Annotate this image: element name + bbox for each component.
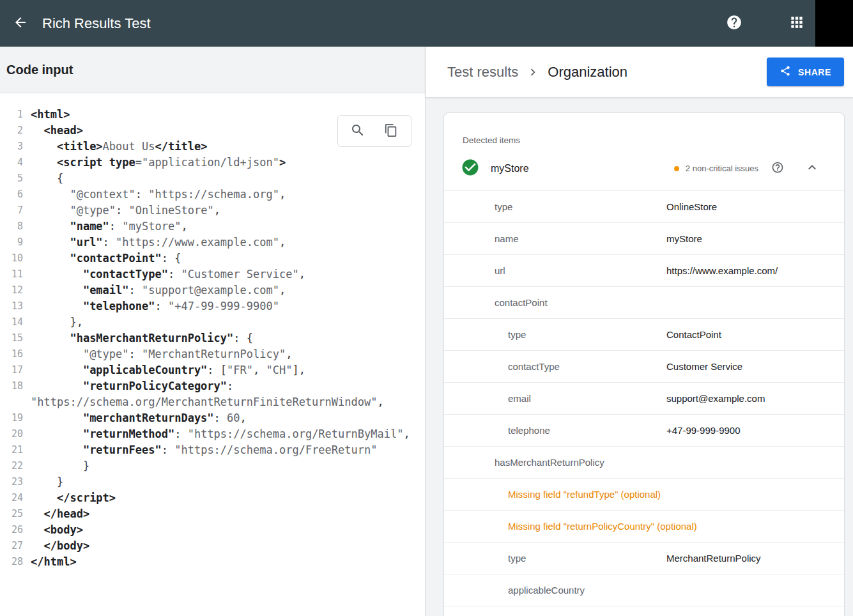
- missing-field-row: Missing field "returnPolicyCountry" (opt…: [444, 511, 844, 543]
- share-button-label: SHARE: [798, 67, 831, 77]
- code-line: 15 "hasMerchantReturnPolicy": {: [0, 330, 425, 346]
- property-label: type: [495, 201, 666, 212]
- code-editor[interactable]: 1<html>2 <head>3 <title>About Us</title>…: [0, 93, 425, 616]
- line-number: 22: [0, 458, 23, 474]
- property-value: Customer Service: [666, 361, 742, 372]
- property-label: applicableCountry: [508, 585, 666, 596]
- property-label: hasMerchantReturnPolicy: [495, 457, 666, 468]
- code-line-text: <title>About Us</title>: [23, 139, 207, 155]
- code-line-text: "returnMethod": "https://schema.org/Retu…: [23, 426, 410, 442]
- property-label: type: [508, 329, 666, 340]
- line-number: 12: [0, 282, 23, 298]
- code-line-text: "merchantReturnDays": 60,: [23, 410, 247, 426]
- line-number: 6: [0, 187, 23, 203]
- property-group-row: applicableCountry: [444, 574, 844, 606]
- code-line: 9 "url": "https://www.example.com",: [0, 235, 425, 250]
- code-line: 21 "returnFees": "https://schema.org/Fre…: [0, 442, 425, 458]
- back-button[interactable]: [5, 8, 36, 39]
- missing-field-text: Missing field "refundType" (optional): [508, 489, 661, 500]
- code-line: 27 </body>: [0, 538, 425, 554]
- missing-field-row: Missing field "refundType" (optional): [444, 479, 844, 511]
- entity-row-mystore[interactable]: myStore 2 non-critical issues: [444, 146, 844, 191]
- property-value: +47-99-999-9900: [666, 425, 741, 436]
- code-line: 18 "returnPolicyCategory":: [0, 378, 425, 394]
- property-row: contactTypeCustomer Service: [444, 351, 844, 383]
- line-number: 9: [0, 235, 23, 250]
- code-line-text: </body>: [23, 538, 89, 554]
- copy-icon: [384, 123, 398, 139]
- code-line: 11 "contactType": "Customer Service",: [0, 266, 425, 282]
- line-number: 25: [0, 506, 23, 522]
- code-line-text: <head>: [23, 123, 83, 139]
- code-line: 5 {: [0, 171, 425, 187]
- chevron-right-icon: [526, 65, 540, 79]
- share-button[interactable]: SHARE: [767, 58, 844, 86]
- apps-grid-button[interactable]: [781, 8, 812, 39]
- breadcrumb-test-results[interactable]: Test results: [447, 64, 518, 81]
- code-line: 7 "@type": "OnlineStore",: [0, 203, 425, 219]
- code-input-panel: Code input 1<html>2 <head>3 <t: [0, 47, 426, 616]
- code-line: 22 }: [0, 458, 425, 474]
- code-line-text: "contactType": "Customer Service",: [23, 266, 305, 282]
- property-label: contactType: [508, 361, 666, 372]
- results-header: Test results Organization SHARE: [426, 47, 853, 97]
- search-icon: [350, 123, 365, 140]
- code-line-text: "name": "myStore",: [23, 219, 188, 235]
- entity-name: myStore: [491, 163, 529, 174]
- property-label: email: [508, 393, 666, 404]
- property-row: urlhttps://www.example.com/: [444, 255, 844, 287]
- property-row: typeOnlineStore: [444, 191, 844, 223]
- property-row: namemyStore: [444, 223, 844, 255]
- code-line: 6 "@context": "https://schema.org",: [0, 187, 425, 203]
- test-results-panel: Test results Organization SHARE Detected…: [426, 47, 853, 616]
- line-number: 18: [0, 378, 23, 394]
- code-toolbar: [337, 115, 411, 147]
- detected-items-label: Detected items: [444, 113, 844, 146]
- line-number: 8: [0, 219, 23, 235]
- share-icon: [780, 65, 791, 79]
- line-number: 17: [0, 362, 23, 378]
- code-line-text: "https://schema.org/MerchantReturnFinite…: [23, 394, 384, 410]
- code-line-text: "returnPolicyCategory":: [23, 378, 233, 394]
- code-line: 16 "@type": "MerchantReturnPolicy",: [0, 346, 425, 362]
- code-line-text: </html>: [23, 554, 77, 570]
- line-number: 20: [0, 426, 23, 442]
- account-area[interactable]: [815, 0, 853, 47]
- main-split: Code input 1<html>2 <head>3 <t: [0, 47, 853, 616]
- code-line-text: "telephone": "+47-99-999-9900": [23, 298, 279, 314]
- code-line: 10 "contactPoint": {: [0, 250, 425, 266]
- code-line-text: "@type": "MerchantReturnPolicy",: [23, 346, 292, 362]
- detected-items-card: Detected items myStore 2 non-critical is…: [443, 112, 845, 616]
- line-number: 24: [0, 490, 23, 506]
- code-line-text: "url": "https://www.example.com",: [23, 235, 286, 250]
- property-label: name: [495, 233, 666, 244]
- collapse-button[interactable]: [799, 156, 825, 181]
- issues-help-button[interactable]: [765, 156, 790, 181]
- line-number: [0, 394, 23, 410]
- property-group-row: hasMerchantReturnPolicy: [444, 447, 844, 479]
- code-line-text: </head>: [23, 506, 89, 522]
- line-number: 28: [0, 554, 23, 570]
- code-line-text: },: [23, 314, 83, 330]
- help-icon: [726, 14, 742, 33]
- check-circle-icon: [461, 158, 480, 180]
- search-button[interactable]: [345, 118, 371, 144]
- code-line-text: <body>: [23, 522, 83, 538]
- code-line: 19 "merchantReturnDays": 60,: [0, 410, 425, 426]
- rich-results-test-app: Rich Results Test Code input: [0, 0, 853, 616]
- issue-count: 2 non-critical issues: [686, 164, 758, 173]
- code-line: 17 "applicableCountry": ["FR", "CH"],: [0, 362, 425, 378]
- code-line-text: "@context": "https://schema.org",: [23, 187, 286, 203]
- line-number: 19: [0, 410, 23, 426]
- copy-button[interactable]: [378, 118, 404, 144]
- help-outline-icon: [771, 161, 784, 176]
- code-line-text: "hasMerchantReturnPolicy": {: [23, 330, 253, 346]
- app-title: Rich Results Test: [42, 15, 151, 32]
- code-line: 24 </script>: [0, 490, 425, 506]
- top-bar-actions: [719, 0, 853, 47]
- line-number: 10: [0, 250, 23, 266]
- help-button[interactable]: [719, 8, 749, 39]
- code-line-text: }: [23, 458, 89, 474]
- property-value: ContactPoint: [666, 329, 721, 340]
- code-line-text: "applicableCountry": ["FR", "CH"],: [23, 362, 305, 378]
